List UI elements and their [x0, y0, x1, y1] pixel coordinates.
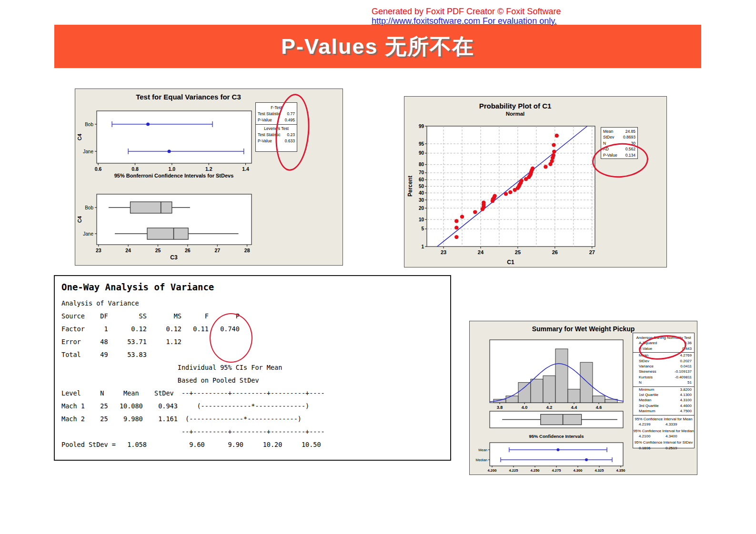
stats-section: 95% Confidence Interval for StDev0.16960… — [633, 439, 694, 451]
bonferroni-xaxis-label: 95% Bonferroni Confidence Intervals for … — [114, 173, 234, 178]
stats-row: Median4.3100 — [633, 397, 694, 403]
svg-text:5: 5 — [421, 226, 424, 231]
probplot-xaxis-label: C1 — [507, 259, 514, 266]
svg-text:95: 95 — [419, 141, 424, 147]
panel-probability-plot: Probability Plot of C1 Normal C1 Percent… — [404, 96, 667, 267]
svg-text:Mean: Mean — [478, 448, 487, 452]
stats-row: N30 — [601, 140, 637, 146]
stats-section-header: 95% Confidence Interval for Median — [633, 427, 694, 434]
normality-stats-box: Mean24.85StDev0.8693N30AD0.562P-Value0.1… — [601, 127, 638, 159]
svg-text:Bob: Bob — [85, 122, 93, 127]
svg-text:0.8: 0.8 — [131, 166, 139, 172]
svg-text:50: 50 — [419, 184, 424, 189]
svg-text:Jane: Jane — [83, 149, 93, 154]
stats-section-header: Levene's Test — [256, 125, 297, 132]
svg-text:4.0: 4.0 — [522, 405, 528, 410]
svg-text:4.200: 4.200 — [488, 468, 497, 473]
svg-text:26: 26 — [552, 249, 558, 255]
stats-row: N51 — [633, 380, 694, 385]
bonferroni-yaxis-label: C4 — [77, 133, 82, 140]
stats-row: 0.16960.2519 — [633, 445, 694, 451]
stats-row: P-Value0.633 — [256, 138, 297, 144]
stats-row: P-Value0.443 — [633, 346, 694, 351]
stats-row: Test Statistic0.77 — [256, 111, 297, 117]
svg-text:60: 60 — [419, 177, 424, 182]
watermark-line-1: Generated by Foxit PDF Creator © Foxit S… — [372, 7, 561, 16]
stats-section-header: 95% Confidence Interval for StDev — [633, 439, 694, 445]
watermark-link[interactable]: http://www.foxitsoftware.com For evaluat… — [372, 16, 561, 26]
svg-text:80: 80 — [419, 162, 424, 167]
stats-row: Test Statistic0.23 — [256, 132, 297, 138]
svg-text:90: 90 — [419, 150, 424, 156]
slide-title: P-Values 无所不在 — [54, 25, 701, 68]
svg-text:1.2: 1.2 — [205, 166, 212, 172]
svg-text:25: 25 — [155, 247, 161, 253]
stats-row: 3rd Quartile4.4600 — [633, 403, 694, 408]
svg-text:24: 24 — [125, 247, 131, 253]
stats-row: A-Squared0.36 — [633, 340, 694, 346]
stats-section-header: F-Test — [256, 104, 297, 111]
stats-section: Mean4.2769StDev0.2027Variance0.0411Skewn… — [633, 352, 694, 385]
stats-section-header: 95% Confidence Interval for Mean — [633, 415, 694, 422]
svg-text:10: 10 — [419, 217, 424, 222]
stats-row: Minimum3.8200 — [633, 387, 694, 392]
title-banner: P-Values 无所不在 — [54, 25, 701, 68]
slide-page: { "watermark": { "line1": "Generated by … — [0, 0, 756, 534]
panel-anova: One-Way Analysis of Variance Analysis of… — [54, 275, 451, 461]
stats-row: P-Value0.134 — [601, 152, 637, 158]
anova-title: One-Way Analysis of Variance — [61, 282, 214, 292]
svg-text:3.8: 3.8 — [497, 405, 503, 410]
svg-text:99: 99 — [419, 124, 424, 129]
stats-section: Mean24.85StDev0.8693N30AD0.562P-Value0.1… — [601, 129, 637, 158]
stats-row: P-Value0.495 — [256, 117, 297, 123]
anova-output-text: Analysis of Variance Source DF SS MS F P… — [61, 297, 325, 451]
svg-text:Median: Median — [475, 458, 487, 462]
panel-summary: Summary for Wet Weight Pickup 95% Confid… — [469, 321, 697, 475]
svg-text:4.350: 4.350 — [616, 468, 625, 473]
svg-text:20: 20 — [419, 206, 424, 211]
svg-text:4.225: 4.225 — [509, 468, 518, 473]
svg-text:28: 28 — [244, 247, 250, 253]
svg-text:1.4: 1.4 — [242, 166, 249, 172]
stats-section: Minimum3.82001st Quartile4.1300Median4.3… — [633, 386, 694, 414]
foxit-watermark: Generated by Foxit PDF Creator © Foxit S… — [372, 7, 561, 26]
svg-text:27: 27 — [214, 247, 220, 253]
svg-text:4.300: 4.300 — [574, 468, 583, 473]
boxplot-xaxis-label: C3 — [170, 254, 178, 261]
svg-text:Bob: Bob — [85, 205, 93, 210]
stats-row: AD0.562 — [601, 146, 637, 152]
boxplot-yaxis-label: C4 — [77, 216, 82, 223]
svg-text:4.275: 4.275 — [552, 468, 561, 473]
stats-row: 4.21994.3339 — [633, 422, 694, 427]
svg-text:23: 23 — [96, 247, 101, 253]
probplot-yaxis-label: Percent — [407, 176, 413, 197]
svg-text:4.4: 4.4 — [571, 405, 577, 410]
svg-text:1: 1 — [421, 244, 424, 249]
stats-section: Levene's TestTest Statistic0.23P-Value0.… — [256, 124, 297, 144]
stats-row: 1st Quartile4.1300 — [633, 392, 694, 397]
stats-section: 95% Confidence Interval for Mean4.21994.… — [633, 415, 694, 427]
svg-text:4.6: 4.6 — [596, 405, 602, 410]
stats-section: F-TestTest Statistic0.77P-Value0.495 — [256, 104, 297, 123]
stats-section-header: Anderson-Darling Normality Test — [633, 334, 694, 340]
stats-row: Maximum4.7500 — [633, 408, 694, 414]
svg-text:4.250: 4.250 — [531, 468, 540, 473]
stats-row: 4.21004.3400 — [633, 434, 694, 439]
equal-variances-chart: 95% Bonferroni Confidence Intervals for … — [75, 89, 343, 265]
svg-text:4.2: 4.2 — [546, 405, 553, 410]
svg-text:26: 26 — [185, 247, 191, 253]
svg-text:25: 25 — [515, 249, 521, 255]
svg-text:40: 40 — [419, 190, 424, 196]
svg-text:4.325: 4.325 — [595, 468, 604, 473]
svg-text:23: 23 — [441, 249, 446, 255]
svg-text:0.6: 0.6 — [95, 166, 102, 172]
stats-row: Mean24.85 — [601, 129, 637, 134]
svg-text:27: 27 — [589, 249, 595, 255]
stats-row: Kurtosis-0.409811 — [633, 375, 694, 380]
stats-row: StDev0.2027 — [633, 358, 694, 364]
summary-stats-box: Anderson-Darling Normality TestA-Squared… — [633, 333, 695, 448]
probability-plot-chart: C1 Percent 15102030405060708090959923242… — [404, 97, 666, 267]
stats-row: StDev0.8693 — [601, 134, 637, 140]
stats-section: 95% Confidence Interval for Median4.2100… — [633, 427, 694, 439]
panel-equal-variances: Test for Equal Variances for C3 95% Bonf… — [75, 89, 343, 266]
